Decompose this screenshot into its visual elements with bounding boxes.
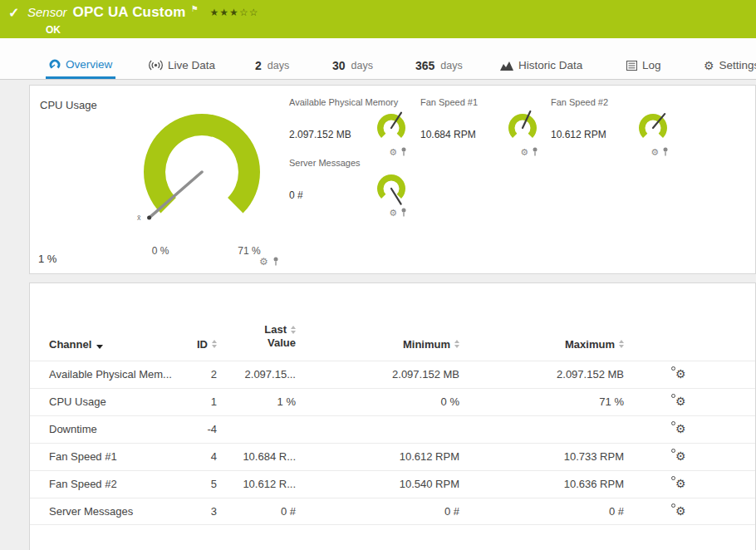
- status-check-icon: ✓: [8, 5, 19, 21]
- pin-icon[interactable]: [400, 205, 407, 220]
- table-row[interactable]: Server Messages 3 0 # 0 # 0 # ⚙: [30, 498, 755, 525]
- channels-table-panel: Channel ID Last Value Minimum Maximum: [29, 282, 756, 550]
- sort-icon: [291, 326, 296, 334]
- gauge-settings-icon[interactable]: ⚙: [650, 148, 659, 157]
- tab-365-days[interactable]: 365 days: [412, 52, 466, 79]
- channel-minimum: 0 #: [296, 505, 459, 518]
- chevron-down-icon: [96, 345, 103, 349]
- channel-id: 2: [184, 368, 217, 381]
- sensor-page: ✓ Sensor OPC UA Custom ⚑ ★★★☆☆ OK Overvi…: [0, 0, 756, 550]
- tab-bar: Overview Live Data 2 days 30 days 365: [0, 38, 756, 80]
- stars-empty[interactable]: ☆☆: [239, 7, 259, 18]
- tab-30-days[interactable]: 30 days: [329, 52, 376, 79]
- table-row[interactable]: Fan Speed #2 5 10.612 R... 10.540 RPM 10…: [30, 470, 755, 498]
- pin-icon[interactable]: [662, 145, 669, 160]
- mini-gauge-server-messages: Server Messages 0 # ⚙: [289, 158, 410, 220]
- channel-last-value: 2.097.15...: [217, 368, 296, 381]
- tab-30-days-unit: days: [351, 60, 373, 71]
- mini-gauge-label: Fan Speed #2: [551, 97, 672, 107]
- channel-settings-icon[interactable]: ⚙: [675, 423, 686, 435]
- gear-dot: [671, 366, 675, 371]
- column-header-maximum[interactable]: Maximum: [459, 338, 624, 351]
- channel-minimum: 0 %: [296, 395, 459, 408]
- channel-maximum: 10.636 RPM: [459, 478, 624, 490]
- table-header-row: Channel ID Last Value Minimum Maximum: [30, 323, 755, 361]
- channel-maximum: 0 #: [459, 505, 624, 518]
- column-header-value-label: Value: [268, 336, 296, 350]
- mini-gauge-label: Server Messages: [289, 158, 410, 168]
- column-header-id[interactable]: ID: [184, 338, 217, 351]
- gear-icon: ⚙: [675, 449, 686, 463]
- tab-historic-data[interactable]: Historic Data: [497, 52, 586, 79]
- mini-gauge-dial: [503, 110, 542, 144]
- table-row[interactable]: Available Physical Mem... 2 2.097.15... …: [30, 361, 755, 388]
- mini-gauge-dial: [372, 110, 410, 144]
- gear-dot: [671, 476, 675, 480]
- tab-2-days-unit: days: [268, 60, 289, 71]
- gauge-scale-min: 0 %: [146, 245, 174, 257]
- gear-icon: ⚙: [675, 395, 686, 408]
- channel-settings-icon[interactable]: ⚙: [675, 478, 686, 490]
- gauge-settings-icon[interactable]: ⚙: [520, 148, 528, 157]
- channel-minimum: 2.097.152 MB: [296, 368, 459, 381]
- gauge-settings-icon[interactable]: ⚙: [259, 257, 268, 267]
- column-header-minimum-label: Minimum: [403, 338, 450, 351]
- mini-gauge-value: 10.612 RPM: [551, 129, 606, 140]
- channel-settings-icon[interactable]: ⚙: [675, 368, 686, 381]
- tab-settings[interactable]: ⚙ Settings: [700, 52, 756, 79]
- channel-name[interactable]: CPU Usage: [30, 395, 184, 408]
- channel-minimum: 10.540 RPM: [296, 478, 459, 490]
- broadcast-icon: [149, 60, 163, 71]
- channel-last-value: 10.684 R...: [217, 450, 296, 463]
- table-row[interactable]: Fan Speed #1 4 10.684 R... 10.612 RPM 10…: [30, 443, 755, 470]
- channel-name[interactable]: Available Physical Mem...: [30, 368, 184, 381]
- tab-365-days-unit: days: [440, 60, 462, 71]
- sensor-title: OPC UA Custom: [73, 4, 186, 21]
- table-row[interactable]: Downtime -4 ⚙: [30, 415, 755, 443]
- gear-dot: [671, 394, 675, 398]
- column-header-last-value[interactable]: Last Value: [217, 323, 296, 351]
- mini-gauge-label: Fan Speed #1: [420, 97, 542, 107]
- channel-name[interactable]: Downtime: [30, 423, 184, 435]
- gear-dot: [671, 449, 675, 453]
- gear-dot: [671, 503, 675, 508]
- channel-name[interactable]: Server Messages: [30, 505, 184, 518]
- mini-gauge-available-physical-memory: Available Physical Memory 2.097.152 MB ⚙: [289, 97, 410, 160]
- tab-log-label: Log: [642, 59, 661, 71]
- flag-icon[interactable]: ⚑: [191, 4, 199, 13]
- gear-icon: ⚙: [675, 422, 686, 435]
- channel-id: 4: [184, 450, 217, 463]
- channel-id: 3: [184, 505, 217, 518]
- channel-maximum: 71 %: [459, 395, 624, 408]
- tab-live-data[interactable]: Live Data: [145, 52, 218, 79]
- tab-live-data-label: Live Data: [168, 59, 215, 71]
- tab-overview[interactable]: Overview: [46, 52, 115, 79]
- tab-log[interactable]: Log: [623, 52, 665, 79]
- channel-settings-icon[interactable]: ⚙: [675, 505, 686, 518]
- gauge-settings-icon[interactable]: ⚙: [389, 148, 397, 157]
- priority-stars[interactable]: ★★★☆☆: [210, 7, 259, 18]
- channel-name[interactable]: Fan Speed #1: [30, 450, 184, 463]
- cpu-current-value: 1 %: [38, 253, 56, 265]
- column-header-minimum[interactable]: Minimum: [296, 338, 459, 351]
- gauges-panel: CPU Usage x̄ 0 % 71 % 1 % ⚙ Available Ph…: [29, 85, 756, 274]
- tab-2-days[interactable]: 2 days: [252, 52, 292, 79]
- channel-settings-icon[interactable]: ⚙: [675, 395, 686, 408]
- channel-name[interactable]: Fan Speed #2: [30, 478, 184, 490]
- column-header-last-label: Last: [264, 323, 287, 336]
- gauge-tab-icon: [49, 59, 61, 70]
- sort-icon: [619, 340, 624, 348]
- stars-filled[interactable]: ★★★: [210, 7, 239, 18]
- column-header-channel-label: Channel: [49, 338, 91, 351]
- gear-icon: ⚙: [675, 477, 686, 490]
- pin-icon[interactable]: [272, 254, 279, 269]
- gauge-settings-icon[interactable]: ⚙: [389, 209, 397, 218]
- table-row[interactable]: CPU Usage 1 1 % 0 % 71 % ⚙: [30, 388, 755, 415]
- channel-settings-icon[interactable]: ⚙: [675, 450, 686, 463]
- tab-365-days-number: 365: [415, 59, 434, 72]
- column-header-channel[interactable]: Channel: [30, 338, 184, 351]
- gauge-arc: [144, 114, 260, 213]
- gear-icon: ⚙: [675, 367, 686, 381]
- channel-maximum: 2.097.152 MB: [459, 368, 624, 381]
- pin-icon[interactable]: [532, 145, 538, 160]
